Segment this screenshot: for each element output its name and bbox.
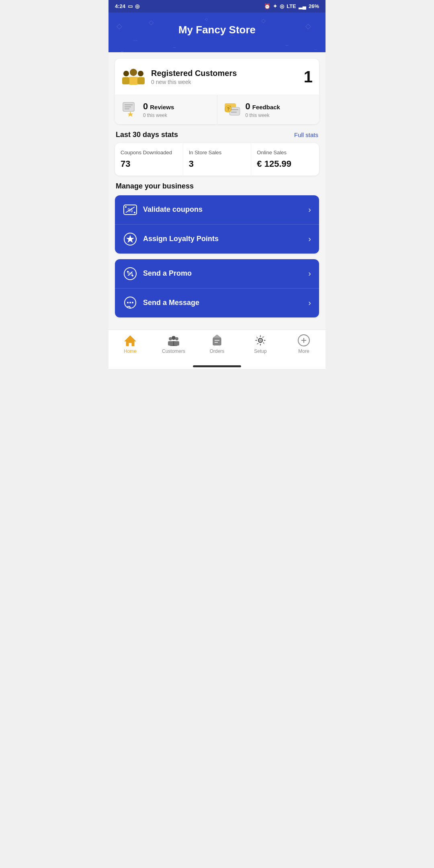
instore-label: In Store Sales	[189, 149, 246, 156]
svg-point-17	[138, 71, 143, 76]
nav-customers[interactable]: Customers	[158, 334, 190, 354]
reviews-label: Reviews	[150, 104, 174, 111]
orders-icon	[211, 334, 223, 347]
feedback-label: Feedback	[252, 104, 280, 111]
customers-icon	[121, 67, 145, 87]
customers-nav-icon	[167, 334, 180, 347]
coupons-stat: Coupons Downloaded 73	[115, 143, 183, 176]
reviews-icon	[121, 101, 139, 119]
svg-point-33	[125, 206, 127, 208]
store-title: My Fancy Store	[117, 24, 317, 36]
registered-customers-card: Registered Customers 0 new this week 1 0	[115, 59, 319, 124]
full-stats-link[interactable]: Full stats	[294, 131, 318, 138]
validate-coupons-icon: %	[123, 203, 137, 217]
nav-home[interactable]: Home	[114, 334, 146, 354]
svg-point-15	[123, 71, 129, 76]
svg-rect-16	[122, 77, 129, 84]
status-left: 4:24 ▭ ◎	[115, 3, 139, 9]
svg-text:◇: ◇	[261, 17, 266, 24]
setup-icon	[254, 334, 267, 347]
svg-marker-37	[126, 235, 134, 243]
svg-text:⌣: ⌣	[285, 42, 289, 48]
svg-point-34	[134, 212, 135, 213]
assign-loyalty-label: Assign Loyalty Points	[143, 235, 303, 243]
svg-point-13	[130, 69, 137, 76]
nav-orders[interactable]: Orders	[201, 334, 233, 354]
location-icon: ◎	[280, 3, 284, 9]
nav-home-label: Home	[124, 348, 137, 354]
svg-text:⌒: ⌒	[313, 49, 317, 52]
more-icon	[297, 334, 310, 347]
svg-rect-53	[174, 341, 179, 346]
screen-icon: ▭	[128, 3, 133, 9]
feedback-box: ? ? 0 Feedback 0 this week	[217, 95, 319, 124]
nav-more-label: More	[298, 348, 309, 354]
reviews-box: 0 Reviews 0 this week	[115, 95, 217, 124]
send-promo-button[interactable]: % Send a Promo ›	[115, 259, 319, 289]
customers-sub: 0 new this week	[151, 79, 304, 85]
home-indicator	[108, 362, 326, 369]
customers-row: Registered Customers 0 new this week 1	[115, 59, 319, 95]
svg-text:⌣: ⌣	[173, 44, 176, 50]
svg-text:?: ?	[227, 106, 229, 111]
validate-coupons-label: Validate coupons	[143, 205, 303, 214]
stats-header: Last 30 days stats Full stats	[115, 131, 319, 139]
feedback-icon: ? ?	[224, 101, 242, 119]
main-content: Registered Customers 0 new this week 1 0	[108, 52, 326, 330]
action-card-1: % Validate coupons › Assign Loyalty Poin…	[115, 195, 319, 254]
customers-info: Registered Customers 0 new this week	[151, 69, 304, 85]
instore-value: 3	[189, 159, 246, 169]
stats-card: Coupons Downloaded 73 In Store Sales 3 O…	[115, 143, 319, 176]
coupons-label: Coupons Downloaded	[121, 149, 177, 156]
customers-label: Registered Customers	[151, 69, 304, 78]
stats-label: Last 30 days stats	[116, 131, 178, 139]
reviews-info: 0 Reviews 0 this week	[143, 101, 174, 118]
status-right: ⏰ ✦ ◎ LTE ▂▄ 26%	[264, 3, 319, 9]
send-message-arrow: ›	[308, 298, 311, 307]
svg-point-45	[129, 302, 131, 303]
svg-rect-54	[213, 338, 221, 345]
online-label: Online Sales	[257, 149, 313, 156]
coupons-value: 73	[121, 159, 177, 169]
validate-coupons-button[interactable]: % Validate coupons ›	[115, 195, 319, 225]
svg-point-46	[132, 302, 133, 303]
online-stat: Online Sales € 125.99	[251, 143, 319, 176]
svg-point-41	[132, 275, 133, 276]
svg-point-50	[169, 337, 172, 340]
nav-orders-label: Orders	[210, 348, 225, 354]
nav-setup[interactable]: Setup	[244, 334, 276, 354]
assign-loyalty-icon	[123, 232, 137, 246]
svg-point-44	[127, 302, 129, 303]
nav-setup-label: Setup	[254, 348, 266, 354]
signal-bars: ▂▄	[299, 3, 306, 9]
time: 4:24	[115, 3, 125, 9]
assign-loyalty-arrow: ›	[308, 234, 311, 244]
status-bar: 4:24 ▭ ◎ ⏰ ✦ ◎ LTE ▂▄ 26%	[108, 0, 326, 12]
svg-point-48	[172, 336, 176, 340]
home-bar	[193, 365, 241, 367]
header: ◇ ⌒ ◇ ⌣ ◇ ⌒ ◇ ⌣ ◇ ⌒ ⌣ › › My Fancy Store	[108, 12, 326, 52]
nav-more[interactable]: More	[288, 334, 320, 354]
svg-marker-55	[213, 335, 221, 338]
loading-icon: ◎	[135, 3, 139, 9]
nav-customers-label: Customers	[162, 348, 185, 354]
feedback-count: 0	[246, 101, 250, 112]
svg-point-40	[127, 271, 129, 272]
svg-text:⌒: ⌒	[133, 39, 138, 46]
assign-loyalty-button[interactable]: Assign Loyalty Points ›	[115, 225, 319, 254]
home-icon	[124, 334, 137, 347]
online-value: € 125.99	[257, 159, 313, 169]
svg-text:◇: ◇	[205, 17, 208, 21]
bluetooth-icon: ✦	[273, 3, 277, 9]
send-promo-icon: %	[123, 266, 137, 281]
send-promo-label: Send a Promo	[143, 269, 303, 278]
svg-text:⌣: ⌣	[121, 48, 124, 52]
feedback-info: 0 Feedback 0 this week	[246, 101, 280, 118]
instore-stat: In Store Sales 3	[183, 143, 252, 176]
metrics-row: 0 Reviews 0 this week ? ?	[115, 95, 319, 124]
svg-marker-23	[127, 112, 133, 117]
send-message-icon	[123, 296, 137, 310]
svg-rect-51	[168, 341, 173, 346]
send-message-button[interactable]: Send a Message ›	[115, 289, 319, 317]
svg-rect-18	[137, 77, 145, 84]
